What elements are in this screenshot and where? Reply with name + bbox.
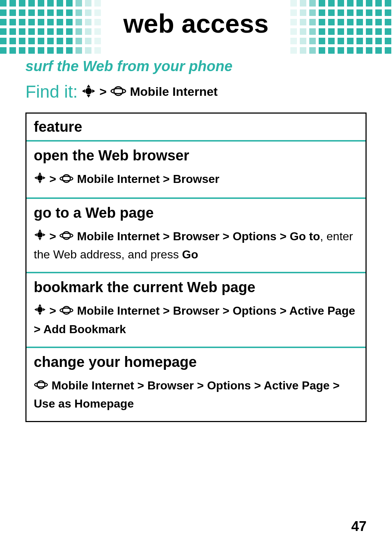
svg-marker-18 [43,233,46,237]
gt-separator: > [49,304,56,317]
decorative-dots-right [281,0,392,54]
row-body: > Mobile Internet > Browser > Options > … [34,228,358,263]
planet-icon [59,228,74,246]
path-text: Mobile Internet > Browser > Options > Ac… [34,304,355,336]
svg-marker-17 [34,233,37,237]
table-row: change your homepage Mobile Internet > B… [26,348,366,421]
planet-icon [110,85,126,99]
page-title: web access [123,9,269,38]
page-header: web access [0,0,392,47]
svg-marker-22 [38,304,42,306]
svg-point-20 [60,233,73,238]
svg-marker-10 [34,176,37,179]
navigation-key-icon [81,84,96,100]
svg-marker-16 [38,238,42,241]
navigation-key-icon [34,303,46,320]
svg-point-0 [85,88,92,94]
table-row: go to a Web page > Mobile Internet > Bro… [26,199,366,274]
svg-marker-4 [92,89,95,93]
svg-point-7 [37,175,42,180]
table-header: feature [26,114,366,142]
find-it-target: Mobile Internet [130,85,218,99]
svg-point-13 [60,176,73,180]
svg-point-21 [37,307,42,312]
navigation-key-icon [34,228,46,246]
row-title: bookmark the current Web page [34,279,358,295]
svg-marker-24 [34,308,37,311]
svg-marker-8 [38,172,42,175]
svg-marker-11 [43,176,46,179]
decorative-dots-left [0,0,111,54]
svg-marker-25 [43,308,46,311]
row-body: Mobile Internet > Browser > Options > Ac… [34,377,358,413]
path-text: Mobile Internet > Browser [77,172,219,185]
path-text: Mobile Internet > Browser > Options > Go… [77,230,320,243]
page-content: surf the Web from your phone Find it: > … [0,47,392,422]
row-body: > Mobile Internet > Browser [34,170,358,189]
svg-point-6 [111,89,126,94]
svg-point-29 [34,383,47,387]
svg-marker-9 [38,181,42,183]
table-row: open the Web browser > Mobile Internet >… [26,142,366,199]
svg-marker-3 [82,89,85,93]
planet-icon [34,377,48,395]
planet-icon [59,303,74,320]
row-title: go to a Web page [34,205,358,221]
svg-marker-1 [87,85,90,87]
gt-separator: > [49,172,56,185]
gt-separator: > [49,230,56,243]
row-title: open the Web browser [34,147,358,164]
svg-marker-2 [87,95,90,98]
svg-point-27 [60,308,73,312]
tail-bold: Go [182,248,198,261]
page-number: 47 [351,519,367,534]
row-title: change your homepage [34,354,358,370]
table-row: bookmark the current Web page > Mobile I… [26,273,366,348]
svg-marker-23 [38,312,42,315]
gt-separator: > [99,85,107,99]
svg-point-14 [37,232,42,237]
navigation-key-icon [34,171,46,189]
path-text: Mobile Internet > Browser > Options > Ac… [34,379,340,410]
planet-icon [59,171,74,189]
find-it-label: Find it: [25,82,78,102]
find-it-row: Find it: > Mobile Internet [25,82,367,102]
feature-table: feature open the Web browser > Mobile In… [25,113,367,422]
subtitle: surf the Web from your phone [25,58,367,74]
row-body: > Mobile Internet > Browser > Options > … [34,302,358,338]
svg-marker-15 [38,229,42,232]
